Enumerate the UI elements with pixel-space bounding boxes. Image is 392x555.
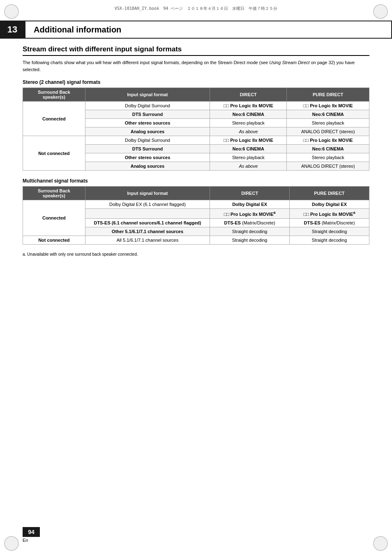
mc-col-header-input: Input signal format [85, 187, 210, 200]
footnote: a. Unavailable with only one surround ba… [23, 252, 369, 257]
speaker-connected: Connected [23, 102, 85, 136]
direct-cell: Stereo playback [210, 119, 287, 127]
stereo-col-header-input: Input signal format [85, 88, 210, 102]
direct-cell: As above [210, 127, 287, 136]
mc-direct-cell: □□ Pro Logic IIx MOVIEa [210, 209, 290, 219]
page-number: 94 [23, 527, 40, 537]
direct-cell: □□ Pro Logic IIx MOVIE [210, 102, 287, 110]
pure-direct-cell: ANALOG DIRECT (stereo) [287, 162, 369, 171]
mc-direct-cell: Straight decoding [210, 236, 290, 244]
stereo-table: Surround Back speaker(s) Input signal fo… [23, 88, 369, 171]
mc-input-format-cell [85, 209, 210, 219]
input-format-cell: DTS Surround [85, 145, 210, 153]
mc-col-header-direct: DIRECT [210, 187, 290, 200]
mc-input-format-cell: DTS-ES (6.1 channel sources/6.1 channel … [85, 218, 210, 227]
chapter-title-box: Additional information [25, 21, 392, 39]
mc-input-format-cell: Other 5.1/6.1/7.1 channel sources [85, 227, 210, 236]
corner-decoration-tl [4, 4, 19, 19]
speaker-not-connected: Not connected [23, 136, 85, 171]
mc-col-header-speaker: Surround Back speaker(s) [23, 187, 85, 200]
main-content: Stream direct with different input signa… [23, 45, 369, 264]
input-format-cell: DTS Surround [85, 110, 210, 119]
pure-direct-cell: Neo:6 CINEMA [287, 145, 369, 153]
mc-pure-direct-cell: DTS-ES (Matrix/Discrete) [290, 218, 369, 227]
corner-decoration-br [373, 536, 388, 551]
table-row: Not connected Dolby Digital Surround □□ … [23, 136, 369, 145]
pure-direct-cell: Stereo playback [287, 153, 369, 162]
mc-pure-direct-cell: Dolby Digital EX [290, 200, 369, 209]
mc-direct-cell: DTS-ES (Matrix/Discrete) [210, 218, 290, 227]
mc-input-format-cell: All 5.1/6.1/7.1 channel sources [85, 236, 210, 244]
input-format-cell: Dolby Digital Surround [85, 136, 210, 145]
table-row: Not connected All 5.1/6.1/7.1 channel so… [23, 236, 369, 244]
mc-direct-cell: Dolby Digital EX [210, 200, 290, 209]
section-description: The following charts show what you will … [23, 59, 369, 73]
mc-direct-cell: Straight decoding [210, 227, 290, 236]
input-format-cell: Analog sources [85, 127, 210, 136]
table-row: Connected Dolby Digital Surround □□ Pro … [23, 102, 369, 110]
top-file-info: VSX-1018AH_IY.book 94 ページ ２０１８年４月１６日 水曜日… [25, 6, 367, 12]
pure-direct-cell: □□ Pro Logic IIx MOVIE [287, 136, 369, 145]
mc-input-format-cell: Dolby Digital EX (6.1 channel flagged) [85, 200, 210, 209]
mc-speaker-connected: Connected [23, 200, 85, 236]
direct-cell: □□ Pro Logic IIx MOVIE [210, 136, 287, 145]
input-format-cell: Other stereo sources [85, 153, 210, 162]
input-format-cell: Dolby Digital Surround [85, 102, 210, 110]
mc-col-header-pure: PURE DIRECT [290, 187, 369, 200]
stereo-col-header-direct: DIRECT [210, 88, 287, 102]
table-row: Connected Dolby Digital EX (6.1 channel … [23, 200, 369, 209]
input-format-cell: Analog sources [85, 162, 210, 171]
pure-direct-cell: Neo:6 CINEMA [287, 110, 369, 119]
page-lang: En [23, 538, 40, 543]
corner-decoration-tr [373, 4, 388, 19]
direct-cell: As above [210, 162, 287, 171]
direct-cell: Neo:6 CINEMA [210, 110, 287, 119]
direct-cell: Neo:6 CINEMA [210, 145, 287, 153]
chapter-header: 13 Additional information [0, 21, 392, 39]
chapter-title: Additional information [34, 25, 121, 35]
stereo-col-header-pure: PURE DIRECT [287, 88, 369, 102]
multichannel-table: Surround Back speaker(s) Input signal fo… [23, 186, 369, 245]
mc-pure-direct-cell: Straight decoding [290, 236, 369, 244]
mc-speaker-not-connected: Not connected [23, 236, 85, 244]
page-footer: 94 En [23, 527, 40, 543]
multichannel-subsection-title: Multichannel signal formats [23, 178, 369, 184]
pure-direct-cell: ANALOG DIRECT (stereo) [287, 127, 369, 136]
mc-pure-direct-cell: □□ Pro Logic IIx MOVIEa [290, 209, 369, 219]
section-title: Stream direct with different input signa… [23, 45, 369, 56]
stereo-subsection-title: Stereo (2 channel) signal formats [23, 79, 369, 85]
pure-direct-cell: Stereo playback [287, 119, 369, 127]
corner-decoration-bl [4, 536, 19, 551]
chapter-number: 13 [0, 21, 25, 39]
direct-cell: Stereo playback [210, 153, 287, 162]
pure-direct-cell: □□ Pro Logic IIx MOVIE [287, 102, 369, 110]
mc-pure-direct-cell: Straight decoding [290, 227, 369, 236]
stereo-col-header-speaker: Surround Back speaker(s) [23, 88, 85, 102]
input-format-cell: Other stereo sources [85, 119, 210, 127]
